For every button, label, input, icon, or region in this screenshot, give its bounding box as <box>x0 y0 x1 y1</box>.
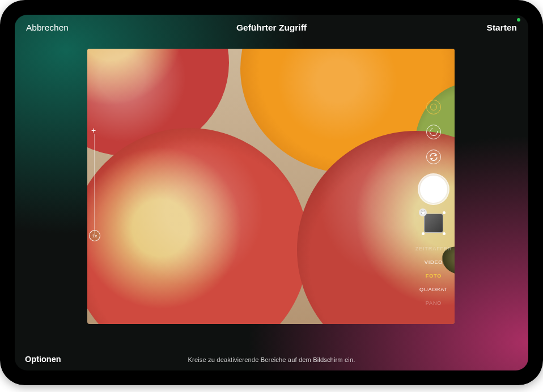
nav-bar: Abbrechen Geführter Zugriff Starten <box>15 15 528 41</box>
camera-viewfinder <box>87 49 455 324</box>
camera-switch-icon[interactable] <box>426 150 441 164</box>
screen: Abbrechen Geführter Zugriff Starten + 1x <box>15 15 528 370</box>
ipad-frame: Abbrechen Geführter Zugriff Starten + 1x <box>0 0 543 385</box>
start-button[interactable]: Starten <box>483 15 520 41</box>
zoom-knob[interactable]: 1x <box>89 230 100 241</box>
instruction-text: Kreise zu deaktivierende Bereiche auf de… <box>15 356 528 363</box>
timer-icon[interactable] <box>426 125 441 139</box>
camera-side-controls: ✕ ZEITRAFFER VIDEO FOTO QUADRAT PANO <box>413 49 455 324</box>
mode-pano[interactable]: PANO <box>426 300 442 306</box>
thumbnail-image <box>424 214 443 233</box>
app-preview[interactable]: + 1x ✕ <box>87 49 455 324</box>
mode-timelapse[interactable]: ZEITRAFFER <box>415 246 452 252</box>
shutter-button[interactable] <box>420 176 447 203</box>
page-title: Geführter Zugriff <box>236 23 307 33</box>
last-photo-thumbnail[interactable]: ✕ <box>422 212 445 235</box>
cancel-button[interactable]: Abbrechen <box>23 15 72 41</box>
mode-square[interactable]: QUADRAT <box>419 287 448 292</box>
selection-handle-icon <box>443 232 446 235</box>
zoom-slider[interactable] <box>94 134 95 236</box>
live-photo-icon[interactable] <box>426 100 441 114</box>
mode-photo[interactable]: FOTO <box>426 273 442 279</box>
footer: Optionen Kreise zu deaktivierende Bereic… <box>15 344 528 370</box>
camera-mode-picker[interactable]: ZEITRAFFER VIDEO FOTO QUADRAT PANO <box>415 246 452 306</box>
mode-video[interactable]: VIDEO <box>425 259 443 265</box>
selection-handle-icon <box>422 211 425 214</box>
selection-handle-icon <box>422 232 425 235</box>
selection-handle-icon <box>443 211 446 214</box>
